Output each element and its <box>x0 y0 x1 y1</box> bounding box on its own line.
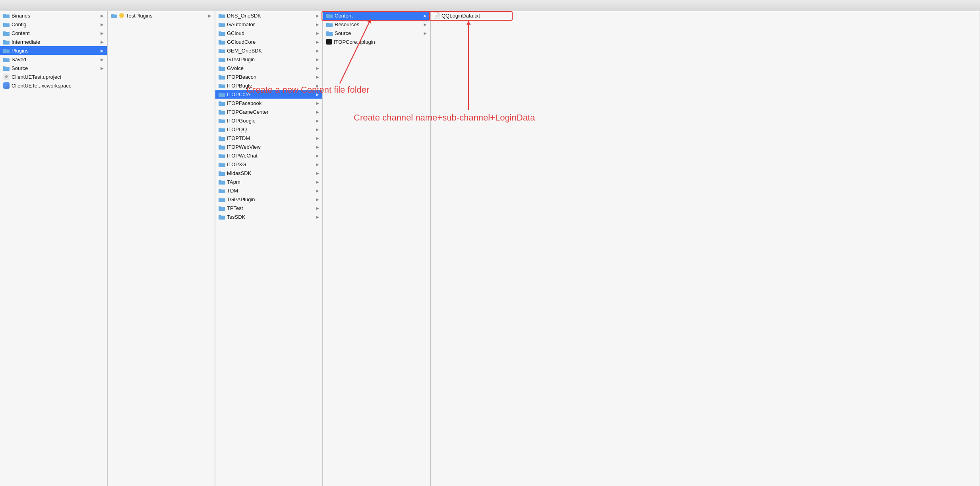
item-label-plugins: Plugins <box>12 48 29 54</box>
item-label-itopfacebook: ITOPFacebook <box>227 100 261 106</box>
finder-item-itopbeacon[interactable]: ITOPBeacon▶ <box>215 72 322 81</box>
finder-item-itopwechat[interactable]: ITOPWeChat▶ <box>215 151 322 160</box>
finder-item-itopcore_uplugin[interactable]: ITOPCore.uplugin <box>323 37 430 46</box>
finder-item-resources[interactable]: Resources▶ <box>323 20 430 29</box>
finder-item-binaries[interactable]: Binaries▶ <box>0 11 107 20</box>
folder-icon <box>219 57 225 62</box>
uproject-icon: ⚙ <box>3 74 10 80</box>
finder-item-tapm[interactable]: TApm▶ <box>215 177 322 186</box>
finder-item-gtestplugin[interactable]: GTestPlugin▶ <box>215 55 322 64</box>
item-label-itopcore_uplugin: ITOPCore.uplugin <box>334 39 375 45</box>
folder-icon <box>3 22 10 27</box>
finder-item-gautomator[interactable]: GAutomator▶ <box>215 20 322 29</box>
finder-item-clientuete[interactable]: ClientUETe...xcworkspace <box>0 81 107 90</box>
item-label-itopxg: ITOPXG <box>227 161 246 167</box>
finder-item-dns_onesdk[interactable]: DNS_OneSDK▶ <box>215 11 322 20</box>
finder-item-content[interactable]: Content▶ <box>323 11 430 20</box>
chevron-icon: ▶ <box>316 180 319 184</box>
chevron-icon: ▶ <box>316 75 319 79</box>
chevron-icon: ▶ <box>316 57 319 62</box>
chevron-icon: ▶ <box>101 22 104 27</box>
finder-item-tsssdk[interactable]: TssSDK▶ <box>215 212 322 221</box>
folder-icon <box>219 127 225 132</box>
item-label-content: Content <box>12 30 30 36</box>
finder-item-gvoice[interactable]: GVoice▶ <box>215 64 322 72</box>
finder-item-itopgoogle[interactable]: ITOPGoogle▶ <box>215 116 322 125</box>
folder-icon <box>219 31 225 36</box>
folder-icon <box>326 31 333 36</box>
finder-item-tdm[interactable]: TDM▶ <box>215 186 322 195</box>
chevron-icon: ▶ <box>316 154 319 158</box>
finder-item-gcloudcore[interactable]: GCloudCore▶ <box>215 37 322 46</box>
chevron-icon: ▶ <box>316 127 319 132</box>
finder-item-content[interactable]: Content▶ <box>0 29 107 37</box>
item-label-gtestplugin: GTestPlugin <box>227 56 255 62</box>
chevron-icon: ▶ <box>316 66 319 70</box>
folder-icon <box>219 66 225 71</box>
folder-icon <box>111 13 117 18</box>
item-label-gautomator: GAutomator <box>227 21 255 27</box>
chevron-icon: ▶ <box>101 57 104 62</box>
finder-item-itopxg[interactable]: ITOPXG▶ <box>215 160 322 169</box>
finder-item-tptest[interactable]: TPTest▶ <box>215 204 322 212</box>
finder-item-itoptdm[interactable]: ITOPTDM▶ <box>215 134 322 142</box>
finder-item-source[interactable]: Source▶ <box>0 64 107 72</box>
item-label-binaries: Binaries <box>12 13 30 19</box>
chevron-icon: ▶ <box>316 84 319 88</box>
folder-icon <box>219 101 225 106</box>
column-pane-5: QQLoginData.txt <box>431 11 980 486</box>
finder-item-source[interactable]: Source▶ <box>323 29 430 37</box>
chevron-icon: ▶ <box>316 145 319 149</box>
finder-item-midassdk[interactable]: MidasSDK▶ <box>215 169 322 177</box>
finder-item-tgpaplugin[interactable]: TGPAPlugin▶ <box>215 195 322 204</box>
folder-icon <box>3 66 10 71</box>
item-label-midassdk: MidasSDK <box>227 170 251 176</box>
folder-icon <box>219 109 225 115</box>
finder-item-saved[interactable]: Saved▶ <box>0 55 107 64</box>
item-label-clientuetest: ClientUETest.uproject <box>12 74 61 80</box>
finder-item-testplugins[interactable]: TestPlugins▶ <box>108 11 215 20</box>
chevron-icon: ▶ <box>316 189 319 193</box>
chevron-icon: ▶ <box>316 110 319 114</box>
folder-icon <box>219 197 225 202</box>
finder-item-itopfacebook[interactable]: ITOPFacebook▶ <box>215 99 322 107</box>
chevron-icon: ▶ <box>316 14 319 18</box>
finder-item-config[interactable]: Config▶ <box>0 20 107 29</box>
finder-item-plugins[interactable]: Plugins▶ <box>0 46 107 55</box>
chevron-icon: ▶ <box>424 14 427 18</box>
item-label-itoptdm: ITOPTDM <box>227 135 250 141</box>
chevron-icon: ▶ <box>424 22 427 27</box>
column-pane-4: Content▶ Resources▶ Source▶ITOPCore.uplu… <box>323 11 430 486</box>
item-label-saved: Saved <box>12 56 26 62</box>
finder-item-itopgamecenter[interactable]: ITOPGameCenter▶ <box>215 107 322 116</box>
chevron-icon: ▶ <box>101 49 104 53</box>
item-label-intermediate: Intermediate <box>12 39 40 45</box>
finder-item-itopbugly[interactable]: ITOPBugly▶ <box>215 81 322 90</box>
item-label-qqlogindata: QQLoginData.txt <box>442 13 480 19</box>
column-pane-3: DNS_OneSDK▶ GAutomator▶ GCloud▶ GCloudCo… <box>215 11 323 486</box>
folder-icon <box>219 13 225 18</box>
item-label-itopgamecenter: ITOPGameCenter <box>227 109 269 115</box>
item-label-content: Content <box>335 13 353 19</box>
finder-item-itopwebview[interactable]: ITOPWebView▶ <box>215 142 322 151</box>
finder-item-gem_onesdk[interactable]: GEM_OneSDK▶ <box>215 46 322 55</box>
finder-item-intermediate[interactable]: Intermediate▶ <box>0 37 107 46</box>
chevron-icon: ▶ <box>101 14 104 18</box>
finder-item-itopqq[interactable]: ITOPQQ▶ <box>215 125 322 134</box>
item-label-config: Config <box>12 21 27 27</box>
folder-icon <box>219 118 225 123</box>
finder-item-gcloud[interactable]: GCloud▶ <box>215 29 322 37</box>
item-label-source: Source <box>12 65 28 71</box>
chevron-icon: ▶ <box>316 162 319 167</box>
finder-item-itopcore[interactable]: ITOPCore▶ <box>215 90 322 99</box>
finder-item-clientuetest[interactable]: ⚙ClientUETest.uproject <box>0 72 107 81</box>
item-label-tgpaplugin: TGPAPlugin <box>227 196 255 202</box>
folder-icon <box>219 92 225 97</box>
item-label-itopcore: ITOPCore <box>227 91 250 97</box>
folder-icon <box>219 144 225 150</box>
finder-item-qqlogindata[interactable]: QQLoginData.txt <box>431 11 980 20</box>
item-label-tdm: TDM <box>227 188 238 194</box>
chevron-icon: ▶ <box>101 40 104 44</box>
item-label-dns_onesdk: DNS_OneSDK <box>227 13 261 19</box>
chevron-icon: ▶ <box>316 171 319 175</box>
